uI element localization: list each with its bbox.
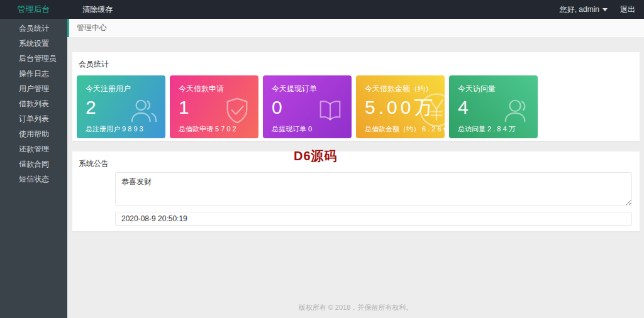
stat-card-value: 0: [272, 97, 343, 119]
stat-card-value: 1: [179, 97, 250, 119]
sidebar-item-operation-logs[interactable]: 操作日志: [0, 66, 67, 81]
stat-card-label: 今天访问量: [458, 84, 529, 94]
stat-card-total: 总注册用户 9 8 9 3: [86, 124, 157, 134]
sidebar: 会员统计 系统设置 后台管理员 操作日志 用户管理 借款列表 订单列表 使用帮助…: [0, 19, 67, 318]
stat-card-label: 今天提现订单: [272, 84, 343, 94]
stat-card-loan-applications: 今天借款申请 1 总借款申请 5 7 0 2: [170, 75, 258, 138]
sidebar-item-loan-list[interactable]: 借款列表: [0, 96, 67, 111]
sidebar-item-sms-status[interactable]: 短信状态: [0, 172, 67, 187]
stat-card-label: 今天借款申请: [179, 84, 250, 94]
brand-title[interactable]: 管理后台: [0, 4, 67, 15]
announcement-panel: 系统公告 恭喜发财: [72, 151, 640, 231]
topbar: 管理后台 清除缓存 您好, admin 退出: [0, 0, 644, 19]
sidebar-item-member-stats[interactable]: 会员统计: [0, 21, 67, 36]
sidebar-item-help[interactable]: 使用帮助: [0, 126, 67, 141]
stat-card-total: 总提现订单 0: [272, 124, 343, 134]
stats-panel-title: 会员统计: [72, 52, 640, 75]
stat-card-value: 4: [458, 97, 529, 119]
announcement-time-input[interactable]: [115, 212, 632, 226]
stat-card-label: 今天注册用户: [86, 84, 157, 94]
clear-cache-button[interactable]: 清除缓存: [82, 4, 113, 15]
chevron-down-icon: [602, 8, 608, 11]
stat-cards-row: 今天注册用户 2 总注册用户 9 8 9 3 今天借款申请 1 总借款申请 5 …: [72, 75, 640, 138]
sidebar-item-admin-managers[interactable]: 后台管理员: [0, 51, 67, 66]
stat-card-loan-amount: 今天借款金额（约） 5.00万 总借款金额（约） 6 . 2 6 亿: [356, 75, 445, 138]
user-greeting-label: 您好, admin: [560, 4, 599, 15]
stat-card-value: 5.00万: [365, 97, 436, 119]
announcement-textarea[interactable]: 恭喜发财: [115, 172, 632, 206]
sidebar-item-repayment-management[interactable]: 还款管理: [0, 141, 67, 156]
stat-card-value: 2: [86, 97, 157, 119]
watermark: D6源码: [294, 148, 338, 165]
user-menu[interactable]: 您好, admin: [560, 4, 608, 15]
stat-card-total: 总借款金额（约） 6 . 2 6 亿: [365, 124, 436, 134]
announcement-panel-title: 系统公告: [72, 151, 640, 175]
stat-card-registered-users: 今天注册用户 2 总注册用户 9 8 9 3: [77, 75, 165, 138]
stat-card-visits: 今天访问量 4 总访问量 2 . 8 4 万: [449, 75, 538, 138]
breadcrumb: 管理中心: [67, 19, 644, 37]
sidebar-item-loan-contract[interactable]: 借款合同: [0, 156, 67, 172]
logout-button[interactable]: 退出: [620, 4, 635, 15]
member-stats-panel: 会员统计 今天注册用户 2 总注册用户 9 8 9 3 今天借款申请 1 总借款…: [72, 52, 640, 141]
footer-copyright: 版权所有 © 2018，并保留所有权利。: [67, 303, 644, 312]
main-content: 会员统计 今天注册用户 2 总注册用户 9 8 9 3 今天借款申请 1 总借款…: [67, 37, 644, 318]
sidebar-item-system-settings[interactable]: 系统设置: [0, 36, 67, 51]
stat-card-total: 总借款申请 5 7 0 2: [179, 124, 250, 134]
stat-card-withdraw-orders: 今天提现订单 0 总提现订单 0: [263, 75, 352, 138]
sidebar-item-order-list[interactable]: 订单列表: [0, 111, 67, 126]
stat-card-total: 总访问量 2 . 8 4 万: [458, 124, 529, 134]
sidebar-item-user-management[interactable]: 用户管理: [0, 81, 67, 96]
